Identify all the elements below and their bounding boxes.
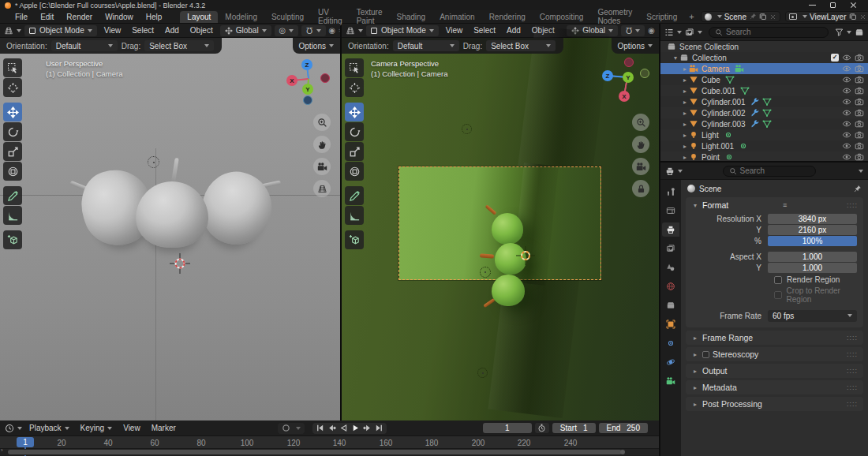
outliner-row-light-001[interactable]: ▸ Light.001 [660, 140, 868, 151]
expand-icon[interactable]: ▸ [681, 99, 689, 106]
region-toggle-chevron[interactable]: › [1, 447, 3, 454]
properties-search-input[interactable]: Search [723, 166, 816, 177]
snapping-toggle[interactable]: Ω [301, 25, 325, 36]
tab-scripting[interactable]: Scripting [639, 11, 684, 23]
proportional-editing-toggle[interactable]: ◉ [329, 26, 336, 35]
viewport-3d-left[interactable]: Object Mode View Select Add Object Globa… [0, 24, 340, 420]
expand-icon[interactable]: ▸ [681, 143, 689, 150]
zoom-icon[interactable] [632, 114, 649, 131]
collapse-icon[interactable]: ▾ [691, 202, 699, 209]
camera-frame[interactable] [398, 166, 601, 280]
tab-compositing[interactable]: Compositing [533, 11, 591, 23]
mesh-data-icon[interactable] [762, 97, 772, 107]
current-frame-field[interactable]: 1 [483, 423, 532, 433]
collection-checkbox[interactable]: ✓ [831, 54, 839, 62]
select-box-tool[interactable] [345, 58, 364, 77]
scene-selector[interactable]: Scene [701, 11, 780, 22]
copy-view-layer-icon[interactable] [849, 13, 857, 21]
editor-type-icon[interactable] [664, 28, 682, 37]
maximize-button[interactable] [830, 2, 836, 8]
outliner-row-cube[interactable]: ▸ Cube [660, 74, 868, 85]
hide-eye-icon[interactable] [842, 86, 851, 95]
jump-to-start-button[interactable] [315, 424, 325, 433]
next-keyframe-button[interactable] [362, 424, 372, 433]
hide-eye-icon[interactable] [842, 119, 851, 129]
expand-icon[interactable]: ▸ [681, 121, 689, 128]
transform-tool[interactable] [3, 162, 22, 181]
editor-type-icon[interactable] [665, 166, 683, 176]
perspective-toggle-icon[interactable] [313, 180, 331, 197]
render-visibility-icon[interactable] [855, 64, 864, 73]
expand-icon[interactable]: ▸ [681, 154, 689, 161]
move-tool[interactable] [345, 103, 364, 121]
expand-icon[interactable]: ▸ [681, 132, 689, 139]
tab-render[interactable] [662, 204, 679, 218]
expand-icon[interactable]: ▸ [691, 351, 699, 358]
expand-icon[interactable]: ▸ [691, 335, 699, 342]
section-post-processing[interactable]: ▸Post Processing:::: [686, 397, 863, 411]
camera-view-icon[interactable] [632, 158, 649, 175]
apple-center[interactable] [136, 181, 208, 248]
light-data-icon[interactable] [724, 130, 733, 140]
outliner-row-cylinder-001[interactable]: ▸ Cylinder.001 [660, 96, 868, 107]
light-data-icon[interactable] [739, 141, 748, 151]
light-empty-marker[interactable] [480, 267, 491, 278]
outliner-row-collection[interactable]: ▾ Collection ✓ [660, 52, 868, 63]
drag-grip-icon[interactable]: :::: [847, 367, 858, 375]
new-collection-icon[interactable] [855, 27, 864, 36]
end-frame-field[interactable]: End250 [599, 423, 648, 433]
tab-output[interactable] [662, 222, 679, 237]
annotate-tool[interactable] [3, 186, 22, 205]
menu-marker[interactable]: Marker [148, 422, 180, 434]
tab-layout[interactable]: Layout [180, 11, 218, 23]
measure-tool[interactable] [345, 206, 364, 225]
modifier-wrench-icon[interactable] [750, 97, 760, 107]
hide-eye-icon[interactable] [842, 108, 851, 118]
mesh-data-icon[interactable] [740, 86, 750, 95]
pan-hand-icon[interactable] [313, 136, 331, 153]
view-layer-selector[interactable]: ViewLayer [785, 11, 868, 22]
drag-grip-icon[interactable]: :::: [847, 400, 858, 408]
mesh-data-icon[interactable] [762, 108, 772, 118]
expand-icon[interactable]: ▸ [681, 65, 689, 73]
drag-dropdown[interactable]: Select Box [144, 40, 214, 51]
add-cube-tool[interactable] [3, 230, 22, 249]
play-button[interactable] [350, 424, 361, 433]
start-frame-field[interactable]: Start1 [552, 423, 596, 433]
select-box-tool[interactable] [3, 58, 22, 77]
scale-tool[interactable] [345, 142, 364, 161]
section-output[interactable]: ▸Output:::: [686, 364, 863, 378]
camera-lock-icon[interactable] [632, 180, 649, 197]
drag-grip-icon[interactable]: :::: [847, 201, 858, 209]
outliner-search-input[interactable]: Search [709, 27, 829, 38]
scrollbar-thumb[interactable] [8, 450, 622, 454]
add-cube-tool[interactable] [345, 230, 364, 249]
presets-icon[interactable]: ≡ [783, 201, 788, 209]
resolution-percent-slider[interactable]: 100% [768, 236, 857, 246]
scale-tool[interactable] [3, 142, 22, 161]
zoom-icon[interactable] [313, 114, 331, 131]
drag-dropdown[interactable]: Select Box [486, 40, 556, 51]
close-button[interactable] [850, 2, 857, 9]
previous-keyframe-button[interactable] [327, 424, 337, 433]
menu-add[interactable]: Add [161, 24, 183, 36]
tab-sculpting[interactable]: Sculpting [264, 11, 311, 23]
camera-view-icon[interactable] [313, 158, 331, 175]
pan-hand-icon[interactable] [632, 136, 649, 153]
hide-eye-icon[interactable] [842, 97, 851, 107]
menu-keying[interactable]: Keying [77, 422, 117, 434]
resolution-y-field[interactable]: 2160 px [768, 225, 857, 235]
viewport-right-canvas[interactable]: Orientation: Default Drag: Select Box Op… [342, 38, 659, 420]
expand-icon[interactable]: ▸ [691, 401, 699, 408]
resolution-x-field[interactable]: 3840 px [768, 214, 857, 224]
viewport-left-canvas[interactable]: Orientation: Default Drag: Select Box Op… [0, 38, 340, 420]
annotate-tool[interactable] [345, 186, 364, 205]
tab-scene[interactable] [662, 260, 679, 275]
hide-eye-icon[interactable] [842, 141, 851, 151]
hide-eye-icon[interactable] [842, 53, 851, 62]
expand-icon[interactable]: ▸ [681, 77, 689, 84]
outliner-row-cylinder-002[interactable]: ▸ Cylinder.002 [660, 107, 868, 118]
stereoscopy-checkbox[interactable] [702, 351, 709, 358]
render-visibility-icon[interactable] [855, 108, 864, 118]
navigation-gizmo[interactable]: Z Y X [599, 57, 651, 106]
